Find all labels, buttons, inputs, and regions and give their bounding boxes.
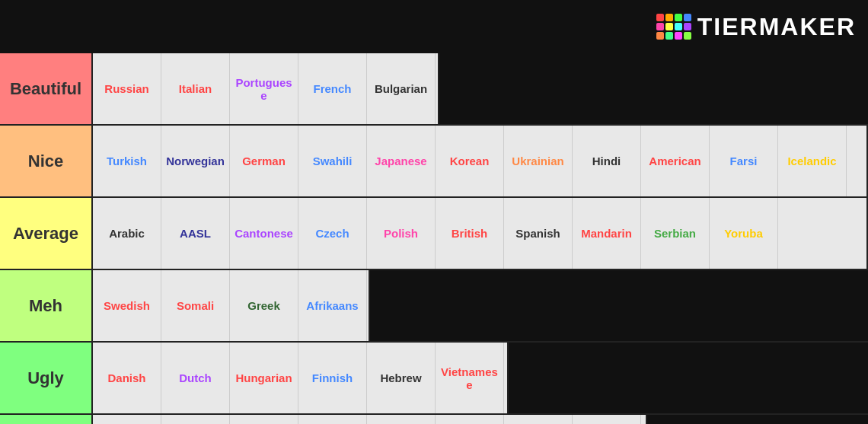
logo-grid <box>656 14 691 40</box>
tier-items-beautiful: RussianItalianPortugueseFrenchBulgarian <box>93 53 439 124</box>
tiers-container: BeautifulRussianItalianPortugueseFrenchB… <box>0 53 868 424</box>
tier-item[interactable]: Mongolian <box>93 415 161 424</box>
tier-item[interactable]: Korean <box>436 126 504 196</box>
tier-item[interactable]: Russian <box>93 53 161 124</box>
tier-item[interactable]: Finnish <box>298 343 367 413</box>
tier-row-nice: NiceTurkishNorwegianGermanSwahiliJapanes… <box>0 126 868 198</box>
tier-item[interactable]: American <box>641 126 710 196</box>
tier-item[interactable]: Indonesian <box>298 415 367 424</box>
tier-item[interactable]: Italian <box>161 53 230 124</box>
tier-item[interactable]: Swedish <box>93 270 161 341</box>
tier-item[interactable]: Bulgarian <box>367 53 436 124</box>
tier-label-beautiful: Beautiful <box>0 53 93 124</box>
header: TiERMAKER <box>0 0 868 53</box>
tier-items-idontremember: MongolianRomanianToki PonaIndonesianPash… <box>93 415 647 424</box>
tier-item[interactable]: German <box>230 126 298 196</box>
tier-item[interactable]: Farsi <box>710 126 778 196</box>
tier-item[interactable]: Danish <box>93 343 161 413</box>
tier-item[interactable]: Turkish <box>93 126 161 196</box>
tier-item[interactable]: Polish <box>367 198 436 269</box>
tier-row-average: AverageArabicAASLCantoneseCzechPolishBri… <box>0 198 868 270</box>
tier-item[interactable]: Pashto <box>367 415 436 424</box>
tier-item[interactable]: Czech <box>298 198 367 269</box>
tier-row-meh: MehSwedishSomaliGreekAfrikaans <box>0 270 868 343</box>
tier-item[interactable]: Hungarian <box>230 343 298 413</box>
tier-label-meh: Meh <box>0 270 93 341</box>
tier-label-nice: Nice <box>0 126 93 196</box>
tier-label-average: Average <box>0 198 93 269</box>
logo: TiERMAKER <box>656 13 856 41</box>
tier-item[interactable]: Vietnamese <box>436 343 504 413</box>
tier-item[interactable]: Japanese <box>367 126 436 196</box>
tier-item[interactable]: Afrikaans <box>298 270 367 341</box>
tier-item[interactable]: Serbian <box>641 198 710 269</box>
tier-item[interactable]: Hindi <box>573 126 641 196</box>
tier-item[interactable]: Tagalog <box>436 415 504 424</box>
tier-item[interactable]: Cantonese <box>230 198 298 269</box>
tier-items-ugly: DanishDutchHungarianFinnishHebrewVietnam… <box>93 343 509 413</box>
tier-filler-idontremember <box>647 415 868 424</box>
tier-item[interactable]: Toki Pona <box>230 415 298 424</box>
tier-item[interactable]: British <box>436 198 504 269</box>
tier-item[interactable]: Icelandic <box>778 126 847 196</box>
tier-label-idontremember: I dont remember <box>0 415 93 424</box>
tier-items-nice: TurkishNorwegianGermanSwahiliJapaneseKor… <box>93 126 868 196</box>
tier-item[interactable]: Portuguese <box>230 53 298 124</box>
tier-filler-meh <box>370 270 868 341</box>
tier-row-idontremember: I dont rememberMongolianRomanianToki Pon… <box>0 415 868 424</box>
tier-item[interactable]: Romanian <box>161 415 230 424</box>
tiermaker-container: TiERMAKER BeautifulRussianItalianPortugu… <box>0 0 868 424</box>
tier-item[interactable]: Spanish <box>504 198 573 269</box>
tier-item[interactable]: AASL <box>161 198 230 269</box>
tier-item[interactable]: Norwegian <box>161 126 230 196</box>
tier-item[interactable]: Amazigh <box>573 415 641 424</box>
tier-item[interactable]: Mandarin <box>573 198 641 269</box>
tier-item[interactable]: Ukrainian <box>504 126 573 196</box>
tier-item[interactable]: Greek <box>230 270 298 341</box>
tier-filler-beautiful <box>439 53 868 124</box>
tier-items-meh: SwedishSomaliGreekAfrikaans <box>93 270 370 341</box>
tier-item[interactable]: French <box>298 53 367 124</box>
tier-item[interactable]: Yoruba <box>710 198 778 269</box>
tier-items-average: ArabicAASLCantoneseCzechPolishBritishSpa… <box>93 198 868 269</box>
tier-label-ugly: Ugly <box>0 343 93 413</box>
tier-item[interactable]: Urdu <box>504 415 573 424</box>
tier-item[interactable]: Arabic <box>93 198 161 269</box>
tier-item[interactable]: Swahili <box>298 126 367 196</box>
tier-row-beautiful: BeautifulRussianItalianPortugueseFrenchB… <box>0 53 868 126</box>
logo-text: TiERMAKER <box>697 13 856 41</box>
tier-item[interactable]: Somali <box>161 270 230 341</box>
tier-item[interactable]: Hebrew <box>367 343 436 413</box>
tier-filler-ugly <box>509 343 868 413</box>
tier-item[interactable]: Dutch <box>161 343 230 413</box>
tier-row-ugly: UglyDanishDutchHungarianFinnishHebrewVie… <box>0 343 868 415</box>
